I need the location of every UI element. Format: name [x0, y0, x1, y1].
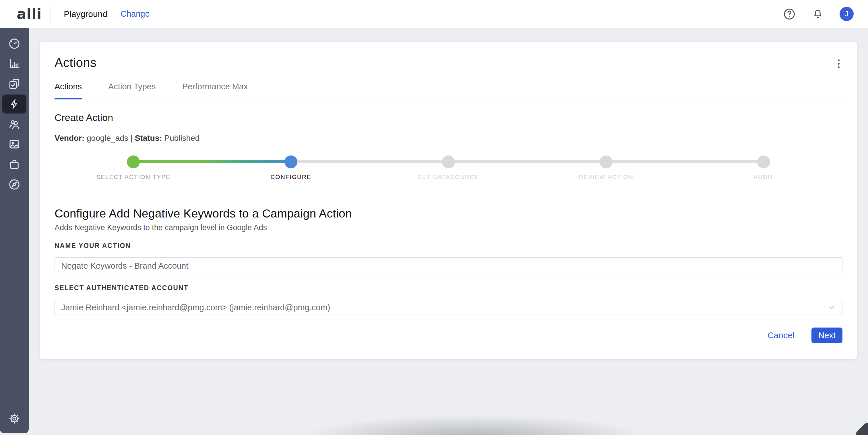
- selected-account-value: Jamie Reinhard <jamie.reinhard@pmg.com> …: [61, 303, 330, 312]
- step-dot: [600, 155, 613, 168]
- action-name-input[interactable]: [55, 257, 842, 274]
- name-your-action-label: NAME YOUR ACTION: [55, 242, 842, 250]
- section-title: Create Action: [55, 112, 842, 123]
- tab-actions[interactable]: Actions: [55, 82, 82, 99]
- bar-chart-icon: [8, 57, 21, 70]
- workspace-name: Playground: [64, 9, 107, 19]
- sidebar-item-commerce[interactable]: [0, 154, 29, 174]
- step-dot: [757, 155, 770, 168]
- step-dot: [127, 155, 140, 168]
- clipboard-check-icon: [8, 78, 21, 90]
- lightning-bolt-icon: [8, 98, 20, 110]
- sidebar-item-discover[interactable]: [0, 174, 29, 195]
- select-account-label: SELECT AUTHENTICATED ACCOUNT: [55, 284, 842, 292]
- step-dot: [442, 155, 455, 168]
- step-audit: AUDIT: [685, 155, 842, 180]
- compass-icon: [8, 178, 21, 191]
- vendor-value: google_ads: [87, 134, 128, 143]
- sidebar-footer-divider: [5, 406, 24, 406]
- header-divider: [50, 6, 51, 22]
- tab-performance-max[interactable]: Performance Max: [182, 82, 248, 99]
- tab-bar: Actions Action Types Performance Max: [55, 82, 842, 99]
- image-icon: [8, 138, 21, 150]
- page-title: Actions: [55, 55, 96, 70]
- sidebar-item-audiences[interactable]: [0, 114, 29, 134]
- tab-action-types[interactable]: Action Types: [108, 82, 156, 99]
- actions-card: Actions Actions Action Types Performance…: [40, 42, 857, 359]
- sidebar-item-settings[interactable]: [0, 408, 29, 429]
- configure-subheading: Adds Negative Keywords to the campaign l…: [55, 223, 842, 232]
- chevron-down-icon: [828, 303, 836, 312]
- corner-widget: [855, 422, 868, 435]
- sidebar-item-dashboard[interactable]: [0, 34, 29, 54]
- authenticated-account-select[interactable]: Jamie Reinhard <jamie.reinhard@pmg.com> …: [55, 300, 842, 315]
- status-label: Status:: [135, 134, 162, 143]
- card-menu-kebab-icon[interactable]: [835, 57, 842, 70]
- sidebar-item-actions[interactable]: [0, 94, 29, 114]
- sidebar-item-creative[interactable]: [0, 134, 29, 154]
- step-set-datasource: SET DATASOURCE: [370, 155, 527, 180]
- user-avatar[interactable]: J: [840, 7, 854, 21]
- sidebar-nav: [0, 28, 29, 433]
- step-dot: [284, 155, 298, 168]
- step-review-action: REVIEW ACTION: [527, 155, 685, 180]
- cancel-button[interactable]: Cancel: [768, 330, 794, 340]
- configure-heading: Configure Add Negative Keywords to a Cam…: [55, 207, 842, 221]
- change-workspace-link[interactable]: Change: [121, 9, 150, 19]
- sidebar-item-tasks[interactable]: [0, 74, 29, 94]
- active-nav-highlight: [2, 94, 26, 114]
- step-configure: CONFIGURE: [212, 155, 370, 180]
- sidebar-item-reports[interactable]: [0, 54, 29, 74]
- top-header: alli Playground Change J: [0, 0, 868, 28]
- shopping-bag-icon: [8, 158, 21, 171]
- vendor-label: Vendor:: [55, 134, 84, 143]
- meta-divider: |: [131, 134, 133, 143]
- next-button[interactable]: Next: [811, 327, 842, 343]
- alli-logo: alli: [0, 6, 42, 22]
- users-icon: [8, 118, 21, 130]
- gear-icon: [8, 413, 20, 425]
- gauge-icon: [8, 37, 21, 50]
- wizard-stepper: SELECT ACTION TYPE CONFIGURE SET DATASOU…: [55, 155, 842, 180]
- step-select-action-type: SELECT ACTION TYPE: [55, 155, 212, 180]
- vendor-status-line: Vendor: google_ads | Status: Published: [55, 134, 842, 143]
- help-icon[interactable]: [783, 7, 796, 21]
- status-value: Published: [164, 134, 199, 143]
- notifications-bell-icon[interactable]: [811, 7, 825, 21]
- bottom-shadow: [273, 415, 675, 435]
